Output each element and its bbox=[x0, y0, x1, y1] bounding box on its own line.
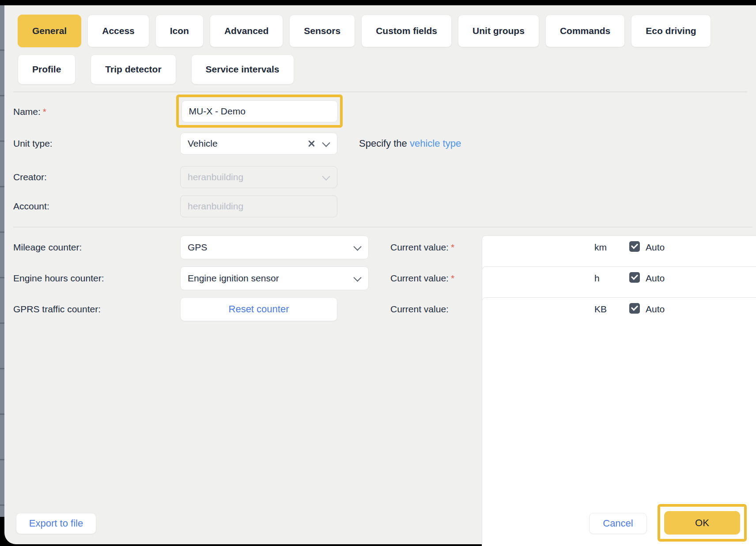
tab-eco-driving[interactable]: Eco driving bbox=[631, 15, 711, 47]
creator-label: Creator: bbox=[13, 172, 47, 182]
chevron-down-icon[interactable] bbox=[323, 140, 330, 147]
tab-profile[interactable]: Profile bbox=[18, 54, 76, 84]
divider bbox=[13, 91, 747, 92]
tab-icon[interactable]: Icon bbox=[155, 15, 204, 47]
unit-type-label: Unit type: bbox=[13, 138, 53, 149]
creator-select: heranbuilding bbox=[180, 166, 337, 188]
name-input[interactable] bbox=[181, 100, 338, 122]
required-mark: * bbox=[43, 106, 46, 117]
export-to-file-button[interactable]: Export to file bbox=[16, 513, 96, 534]
mileage-unit: km bbox=[594, 242, 607, 253]
engine-hours-counter-label: Engine hours counter: bbox=[13, 273, 104, 284]
ok-button[interactable]: OK bbox=[664, 511, 740, 535]
mileage-counter-select[interactable]: GPS bbox=[180, 235, 369, 259]
mileage-counter-value: GPS bbox=[188, 242, 354, 253]
mileage-auto-label: Auto bbox=[646, 242, 665, 253]
current-value-label: Current value:* bbox=[390, 273, 454, 284]
required-mark: * bbox=[451, 273, 454, 283]
tab-general[interactable]: General bbox=[18, 15, 81, 47]
creator-value: heranbuilding bbox=[188, 172, 323, 182]
divider bbox=[13, 227, 752, 228]
unit-properties-dialog: General Access Icon Advanced Sensors Cus… bbox=[4, 5, 756, 544]
vehicle-type-link[interactable]: vehicle type bbox=[410, 138, 461, 149]
name-field-highlight bbox=[176, 95, 343, 128]
unit-type-value: Vehicle bbox=[188, 138, 307, 149]
tab-unit-groups[interactable]: Unit groups bbox=[458, 15, 539, 47]
account-value: heranbuilding bbox=[188, 201, 330, 212]
background-panel-edge bbox=[0, 5, 4, 517]
current-value-label: Current value:* bbox=[390, 242, 454, 253]
tab-access[interactable]: Access bbox=[87, 15, 149, 47]
tab-commands[interactable]: Commands bbox=[545, 15, 625, 47]
gprs-auto-label: Auto bbox=[646, 304, 665, 315]
tab-custom-fields[interactable]: Custom fields bbox=[361, 15, 452, 47]
required-mark: * bbox=[451, 242, 454, 252]
mileage-auto-checkbox[interactable] bbox=[629, 241, 640, 252]
ok-button-highlight: OK bbox=[658, 504, 747, 542]
clear-icon[interactable] bbox=[307, 139, 316, 148]
gprs-traffic-counter-label: GPRS traffic counter: bbox=[13, 304, 101, 315]
chevron-down-icon[interactable] bbox=[354, 275, 361, 282]
tab-trip-detector[interactable]: Trip detector bbox=[91, 54, 176, 84]
engine-hours-auto-checkbox[interactable] bbox=[629, 272, 640, 283]
engine-hours-unit: h bbox=[594, 273, 600, 284]
gprs-auto-checkbox[interactable] bbox=[629, 303, 640, 314]
chevron-down-icon bbox=[323, 174, 330, 181]
mileage-counter-label: Mileage counter: bbox=[13, 242, 82, 253]
tab-advanced[interactable]: Advanced bbox=[210, 15, 283, 47]
gprs-unit: KB bbox=[594, 304, 607, 315]
account-field: heranbuilding bbox=[180, 195, 337, 217]
current-value-label: Current value: bbox=[390, 304, 449, 315]
tab-bar-row-2: Profile Trip detector Service intervals bbox=[18, 54, 294, 84]
unit-type-select[interactable]: Vehicle bbox=[180, 133, 337, 155]
name-label: Name:* bbox=[13, 106, 46, 117]
unit-type-hint: Specify the vehicle type bbox=[359, 138, 461, 149]
engine-hours-counter-select[interactable]: Engine ignition sensor bbox=[180, 266, 369, 290]
engine-hours-counter-value: Engine ignition sensor bbox=[188, 273, 354, 284]
account-label: Account: bbox=[13, 201, 49, 212]
tab-bar-row-1: General Access Icon Advanced Sensors Cus… bbox=[18, 15, 711, 47]
engine-hours-auto-label: Auto bbox=[646, 273, 665, 284]
tab-sensors[interactable]: Sensors bbox=[289, 15, 355, 47]
tab-service-intervals[interactable]: Service intervals bbox=[191, 54, 294, 84]
chevron-down-icon[interactable] bbox=[354, 244, 361, 251]
cancel-button[interactable]: Cancel bbox=[589, 513, 647, 534]
reset-counter-button[interactable]: Reset counter bbox=[180, 297, 337, 321]
